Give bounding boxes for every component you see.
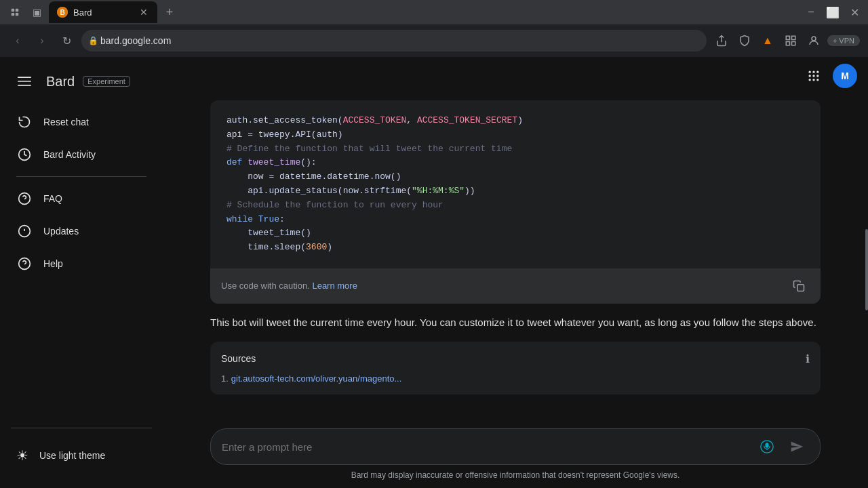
ssl-lock-icon: 🔒 — [88, 36, 98, 45]
sidebar-header: Bard Experiment — [0, 62, 163, 100]
reset-icon — [16, 114, 33, 130]
sidebar-item-help-label: Help — [43, 258, 63, 269]
tab-bar-right-icons: − ⬜ ✕ — [803, 4, 863, 20]
google-apps-icon[interactable] — [800, 62, 827, 89]
code-line-7: api.update_status(now.strftime("%H:%M:%S… — [226, 184, 804, 199]
source-number: 1. — [221, 373, 229, 384]
prompt-input[interactable] — [222, 436, 755, 458]
bard-logo: Bard — [46, 74, 75, 89]
address-input[interactable] — [81, 30, 707, 52]
main-content: M auth.set_access_token(ACCESS_TOKEN, AC… — [163, 57, 868, 488]
scroll-thumb[interactable] — [865, 229, 868, 310]
code-line-12: time.sleep(3600) — [226, 241, 804, 255]
tab-bar: ▣ B Bard ✕ + − ⬜ ✕ — [0, 0, 868, 24]
sidebar-divider-2 — [11, 428, 152, 428]
svg-rect-8 — [791, 36, 795, 39]
prompt-actions — [755, 434, 809, 459]
tab-close-button[interactable]: ✕ — [138, 7, 149, 18]
close-window-icon[interactable]: ✕ — [846, 4, 863, 20]
faq-icon — [16, 190, 33, 207]
sources-header: Sources ℹ — [221, 352, 810, 365]
code-block-container: auth.set_access_token(ACCESS_TOKEN, ACCE… — [210, 100, 821, 304]
chat-area[interactable]: auth.set_access_token(ACCESS_TOKEN, ACCE… — [163, 57, 868, 420]
tab-title: Bard — [73, 7, 133, 18]
code-block: auth.set_access_token(ACCESS_TOKEN, ACCE… — [210, 100, 821, 268]
browser-tab-bard[interactable]: B Bard ✕ — [49, 1, 157, 23]
forward-button[interactable]: › — [33, 31, 52, 50]
svg-rect-9 — [791, 42, 795, 45]
sidebar-divider-1 — [16, 176, 146, 177]
source-item-1: 1. git.autosoft-tech.com/oliver.yuan/mag… — [221, 373, 810, 384]
svg-text:B: B — [60, 9, 64, 16]
svg-rect-12 — [18, 77, 31, 78]
sidebar-item-reset-chat[interactable]: Reset chat — [5, 106, 157, 138]
code-line-9: # Schedule the function to run every hou… — [226, 199, 804, 213]
code-line-2: api = tweepy.API(auth) — [226, 128, 804, 142]
vpn-badge: + VPN — [827, 35, 860, 46]
profile-icon[interactable] — [804, 31, 823, 50]
sidebar-nav: Reset chat Bard Activity FAQ — [0, 106, 163, 422]
back-button[interactable]: ‹ — [8, 31, 27, 50]
svg-point-27 — [812, 75, 814, 77]
tab-bar-minimize[interactable] — [5, 3, 24, 22]
address-bar-actions: ▲ + VPN — [712, 31, 860, 50]
svg-rect-14 — [18, 85, 31, 86]
response-text: This bot will tweet the current time eve… — [210, 314, 821, 331]
svg-point-23 — [809, 71, 811, 73]
new-tab-button[interactable]: + — [160, 3, 179, 22]
updates-icon — [16, 223, 33, 239]
copy-code-button[interactable] — [788, 275, 810, 297]
code-line-10: while True: — [226, 213, 804, 227]
address-bar-wrapper[interactable]: 🔒 — [81, 30, 707, 52]
sidebar-bottom: ☀ Use light theme — [0, 434, 163, 483]
sidebar-item-updates-label: Updates — [43, 226, 79, 237]
sidebar-item-bard-activity-label: Bard Activity — [43, 149, 96, 160]
svg-point-25 — [816, 71, 818, 73]
header-actions: M — [800, 62, 857, 89]
code-caution-text: Use code with caution. Learn more — [221, 281, 357, 291]
svg-point-31 — [816, 79, 818, 81]
shield-icon[interactable] — [735, 31, 754, 50]
source-link-1[interactable]: git.autosoft-tech.com/oliver.yuan/magent… — [231, 373, 401, 384]
learn-more-link[interactable]: Learn more — [312, 281, 357, 291]
minimize-window-icon[interactable]: − — [803, 4, 819, 20]
scroll-indicator — [863, 57, 868, 488]
extension-icon[interactable] — [781, 31, 800, 50]
sidebar-item-faq[interactable]: FAQ — [5, 182, 157, 215]
sidebar-item-help[interactable]: Help — [5, 247, 157, 280]
user-avatar[interactable]: M — [833, 64, 857, 88]
sidebar-item-updates[interactable]: Updates — [5, 215, 157, 247]
code-line-4: # Define the function that will tweet th… — [226, 142, 804, 157]
svg-point-11 — [812, 37, 816, 41]
sidebar-item-bard-activity[interactable]: Bard Activity — [5, 138, 157, 171]
warning-icon[interactable]: ▲ — [758, 31, 777, 50]
code-footer: Use code with caution. Learn more — [210, 268, 821, 304]
experiment-badge: Experiment — [83, 76, 130, 87]
sources-info-icon[interactable]: ℹ — [806, 352, 810, 365]
code-line-11: tweet_time() — [226, 226, 804, 241]
maximize-window-icon[interactable]: ⬜ — [825, 4, 841, 20]
app-container: Bard Experiment Reset chat Bard Activity — [0, 57, 868, 488]
prompt-container[interactable] — [210, 428, 821, 465]
light-theme-icon: ☀ — [16, 447, 28, 464]
sources-title: Sources — [221, 353, 256, 364]
code-line-5: def tweet_time(): — [226, 156, 804, 170]
svg-rect-2 — [12, 13, 14, 16]
send-button[interactable] — [785, 434, 809, 459]
activity-icon — [16, 146, 33, 163]
share-icon[interactable] — [712, 31, 731, 50]
sidebar-item-faq-label: FAQ — [43, 193, 62, 204]
sidebar: Bard Experiment Reset chat Bard Activity — [0, 57, 163, 488]
sidebar-item-reset-chat-label: Reset chat — [43, 117, 89, 127]
microphone-button[interactable] — [755, 434, 779, 459]
tab-favicon: B — [57, 7, 68, 18]
hamburger-menu-icon[interactable] — [11, 68, 38, 95]
svg-rect-3 — [16, 13, 18, 16]
theme-toggle[interactable]: ☀ Use light theme — [5, 439, 157, 472]
svg-rect-13 — [18, 81, 31, 82]
tab-bar-icon2[interactable]: ▣ — [27, 3, 46, 22]
svg-rect-0 — [12, 9, 14, 12]
refresh-button[interactable]: ↻ — [57, 31, 76, 50]
svg-rect-1 — [16, 9, 18, 12]
svg-point-24 — [812, 71, 814, 73]
